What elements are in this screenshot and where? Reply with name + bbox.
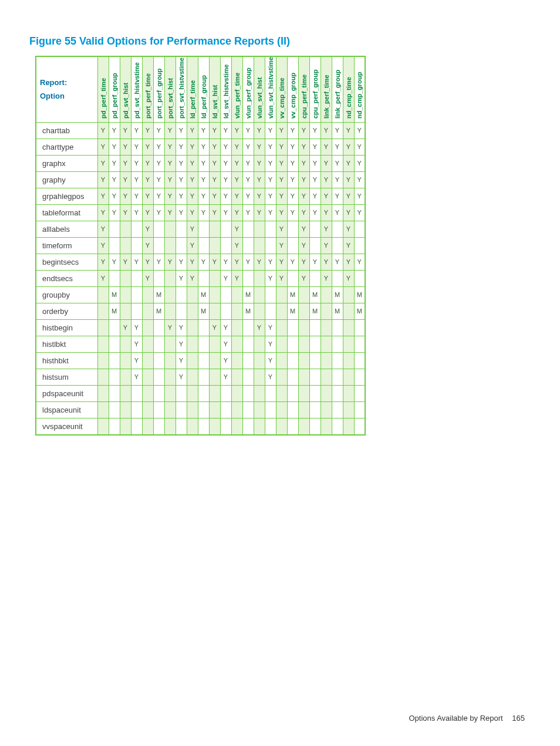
table-cell <box>109 369 120 385</box>
table-cell <box>187 336 198 352</box>
table-cell <box>198 352 209 369</box>
row-header: charttype <box>36 139 97 155</box>
table-cell <box>187 385 198 401</box>
table-cell <box>343 303 354 319</box>
table-cell: Y <box>164 204 176 221</box>
table-cell <box>142 286 153 303</box>
table-cell: Y <box>265 122 276 139</box>
table-cell: Y <box>276 122 287 139</box>
table-cell: Y <box>265 352 276 369</box>
table-cell: Y <box>242 122 254 139</box>
table-cell: Y <box>265 204 276 221</box>
table-cell <box>131 385 142 401</box>
table-cell <box>131 303 142 319</box>
table-cell: Y <box>343 122 354 139</box>
table-cell <box>97 401 109 418</box>
column-header: vlun_svt_hist <box>254 56 265 122</box>
table-cell: Y <box>254 155 265 171</box>
table-cell <box>131 418 142 435</box>
table-cell <box>187 352 198 369</box>
table-cell: Y <box>120 319 131 336</box>
table-cell <box>164 221 176 237</box>
table-cell: Y <box>321 171 332 188</box>
column-header-label: port_svt_histvstime <box>178 58 185 119</box>
table-cell: Y <box>209 188 220 204</box>
table-cell <box>309 221 321 237</box>
table-cell <box>153 270 164 286</box>
row-header: begintsecs <box>36 254 97 270</box>
table-cell: Y <box>142 237 153 254</box>
table-cell: Y <box>332 155 343 171</box>
table-cell: Y <box>187 270 198 286</box>
table-cell: Y <box>209 122 220 139</box>
table-cell <box>231 401 242 418</box>
table-row: ldspaceunit <box>36 401 365 418</box>
table-cell <box>153 401 164 418</box>
table-cell <box>242 319 254 336</box>
table-row: charttypeYYYYYYYYYYYYYYYYYYYYYYYY <box>36 139 365 155</box>
table-cell <box>287 270 298 286</box>
table-cell <box>176 286 187 303</box>
table-cell: Y <box>97 237 109 254</box>
table-cell: Y <box>343 171 354 188</box>
table-cell: Y <box>164 171 176 188</box>
table-row: histlbktYYYY <box>36 336 365 352</box>
table-cell: M <box>198 286 209 303</box>
table-cell: Y <box>231 171 242 188</box>
column-header-label: vlun_perf_time <box>234 72 241 118</box>
table-cell <box>242 401 254 418</box>
column-header-label: port_perf_time <box>144 73 151 118</box>
table-cell: Y <box>276 155 287 171</box>
table-cell <box>109 319 120 336</box>
row-header: alllabels <box>36 221 97 237</box>
table-cell <box>198 385 209 401</box>
table-cell <box>109 221 120 237</box>
table-cell: Y <box>209 319 220 336</box>
table-cell: Y <box>321 122 332 139</box>
table-cell <box>321 303 332 319</box>
table-cell <box>321 401 332 418</box>
table-cell: Y <box>164 188 176 204</box>
table-cell <box>109 237 120 254</box>
table-cell <box>242 352 254 369</box>
table-cell <box>198 418 209 435</box>
table-cell: Y <box>220 155 231 171</box>
table-row: grpahlegposYYYYYYYYYYYYYYYYYYYYYYYY <box>36 188 365 204</box>
table-cell: Y <box>298 254 309 270</box>
table-cell <box>265 237 276 254</box>
table-cell: Y <box>354 155 365 171</box>
table-cell: Y <box>198 122 209 139</box>
table-cell: Y <box>276 270 287 286</box>
table-cell <box>287 418 298 435</box>
table-cell <box>321 336 332 352</box>
table-cell: Y <box>142 171 153 188</box>
row-header: endtsecs <box>36 270 97 286</box>
table-cell: Y <box>198 155 209 171</box>
table-cell <box>332 237 343 254</box>
table-cell <box>276 336 287 352</box>
column-header-label: ld_perf_group <box>200 75 207 119</box>
table-cell <box>187 319 198 336</box>
column-header: link_perf_group <box>332 56 343 122</box>
table-cell: Y <box>109 254 120 270</box>
table-cell <box>120 336 131 352</box>
table-cell: Y <box>343 188 354 204</box>
table-cell <box>254 270 265 286</box>
table-cell <box>298 336 309 352</box>
table-cell <box>164 270 176 286</box>
table-cell <box>343 319 354 336</box>
table-cell: Y <box>153 254 164 270</box>
table-cell: Y <box>242 254 254 270</box>
table-cell: Y <box>309 254 321 270</box>
table-cell <box>176 221 187 237</box>
table-cell <box>153 385 164 401</box>
table-cell <box>97 336 109 352</box>
column-header: nd_cmp_group <box>354 56 365 122</box>
table-cell <box>209 303 220 319</box>
table-cell: Y <box>254 139 265 155</box>
table-cell <box>287 369 298 385</box>
table-cell: Y <box>343 155 354 171</box>
table-cell: Y <box>231 155 242 171</box>
table-cell <box>332 221 343 237</box>
table-cell <box>332 336 343 352</box>
